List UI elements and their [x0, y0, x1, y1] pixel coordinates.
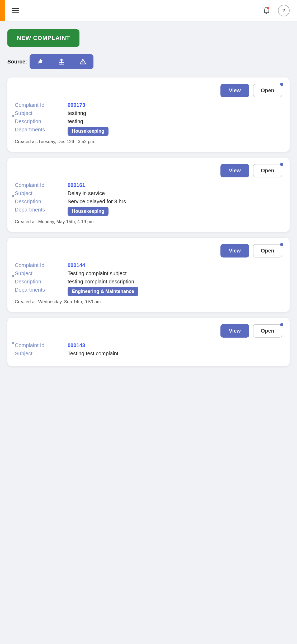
view-button[interactable]: View — [220, 164, 249, 177]
complaint-id-label: Complaint Id — [15, 182, 68, 188]
view-button[interactable]: View — [220, 84, 249, 97]
complaint-card: View Open Complaint Id 000143 Subject Te… — [7, 318, 290, 366]
notification-bell-icon[interactable] — [261, 5, 272, 16]
dot-indicator — [12, 195, 14, 197]
complaint-card: View Open Complaint Id 000173 Subject te… — [7, 77, 290, 152]
departments-label: Departments — [15, 287, 68, 293]
subject-label: Subject — [15, 110, 68, 116]
description-label: Description — [15, 279, 68, 285]
status-dot-badge — [280, 323, 284, 327]
complaint-id-value: 000161 — [68, 182, 85, 188]
departments-field: Departments Housekeeping — [15, 207, 282, 216]
source-social-button[interactable] — [30, 54, 51, 69]
open-btn-wrapper: Open — [253, 324, 282, 338]
source-label: Source: — [7, 59, 27, 65]
status-dot-badge — [280, 242, 284, 247]
hamburger-line-3 — [12, 12, 19, 13]
source-buttons-group — [30, 54, 93, 69]
status-dot-badge — [280, 162, 284, 167]
help-circle-icon[interactable]: ? — [278, 5, 290, 16]
card-action-row: View Open — [15, 244, 282, 257]
hamburger-line-1 — [12, 8, 19, 9]
source-alert-button[interactable] — [72, 54, 93, 69]
subject-value: Delay in service — [68, 190, 282, 196]
subject-field: Subject Testing complaint subject — [15, 270, 282, 277]
subject-label: Subject — [15, 270, 68, 277]
description-label: Description — [15, 199, 68, 205]
complaint-id-label: Complaint Id — [15, 102, 68, 108]
subject-value: Testing test complaint — [68, 351, 282, 357]
svg-point-0 — [267, 7, 269, 9]
header: ? — [0, 0, 297, 21]
complaint-id-label: Complaint Id — [15, 342, 68, 348]
complaint-id-value: 000143 — [68, 342, 85, 348]
complaint-id-field: Complaint Id 000173 — [15, 102, 282, 108]
complaint-id-field: Complaint Id 000161 — [15, 182, 282, 188]
orange-accent-bar — [0, 0, 5, 21]
department-badge: Housekeeping — [68, 207, 109, 216]
departments-field: Departments Engineering & Maintenance — [15, 287, 282, 296]
description-label: Description — [15, 118, 68, 125]
complaint-id-label: Complaint Id — [15, 262, 68, 268]
departments-label: Departments — [15, 127, 68, 133]
created-at-row: Created at :Wednesday, Sep 14th, 9:59 am — [15, 299, 282, 305]
open-button[interactable]: Open — [253, 84, 282, 97]
header-right: ? — [261, 5, 290, 16]
view-button[interactable]: View — [220, 324, 249, 338]
card-action-row: View Open — [15, 84, 282, 97]
department-badge: Engineering & Maintenance — [68, 287, 138, 296]
header-left — [7, 8, 19, 13]
created-at-value: Wednesday, Sep 14th, 9:59 am — [38, 299, 101, 304]
created-at-row: Created at :Tuesday, Dec 12th, 3:52 pm — [15, 139, 282, 144]
complaint-id-value: 000173 — [68, 102, 85, 108]
dot-indicator — [12, 115, 14, 117]
description-field: Description testing complaint descriptio… — [15, 279, 282, 285]
created-at-row: Created at :Monday, May 15th, 4:19 pm — [15, 219, 282, 224]
description-value: testing complaint description — [68, 279, 282, 285]
created-at-prefix: Created at : — [15, 299, 38, 304]
subject-label: Subject — [15, 351, 68, 357]
description-value: testing — [68, 118, 282, 125]
complaint-card: View Open Complaint Id 000161 Subject De… — [7, 158, 290, 232]
complaint-id-value: 000144 — [68, 262, 85, 268]
subject-field: Subject Testing test complaint — [15, 351, 282, 357]
dot-indicator — [12, 342, 14, 344]
department-badge: Housekeeping — [68, 127, 109, 136]
hamburger-line-2 — [12, 10, 19, 11]
departments-field: Departments Housekeeping — [15, 127, 282, 136]
complaint-card: View Open Complaint Id 000144 Subject Te… — [7, 238, 290, 312]
dot-indicator — [12, 275, 14, 277]
subject-field: Subject Delay in service — [15, 190, 282, 196]
new-complaint-button[interactable]: NEW COMPLAINT — [7, 29, 79, 47]
created-at-value: Monday, May 15th, 4:19 pm — [38, 219, 93, 224]
status-dot-badge — [280, 82, 284, 86]
card-action-row: View Open — [15, 324, 282, 338]
subject-value: testinng — [68, 110, 282, 116]
view-button[interactable]: View — [220, 244, 249, 257]
main-content: NEW COMPLAINT Source: — [0, 21, 297, 380]
open-button[interactable]: Open — [253, 164, 282, 177]
created-at-prefix: Created at : — [15, 139, 38, 144]
description-value: Service delayed for 3 hrs — [68, 199, 282, 205]
subject-label: Subject — [15, 190, 68, 196]
complaints-list: View Open Complaint Id 000173 Subject te… — [7, 77, 290, 366]
open-button[interactable]: Open — [253, 324, 282, 338]
complaint-id-field: Complaint Id 000144 — [15, 262, 282, 268]
description-field: Description Service delayed for 3 hrs — [15, 199, 282, 205]
source-filter-row: Source: — [7, 54, 290, 69]
open-btn-wrapper: Open — [253, 84, 282, 97]
open-button[interactable]: Open — [253, 244, 282, 257]
created-at-prefix: Created at : — [15, 219, 38, 224]
card-action-row: View Open — [15, 164, 282, 177]
open-btn-wrapper: Open — [253, 164, 282, 177]
svg-point-3 — [83, 63, 83, 64]
help-text: ? — [282, 8, 285, 13]
open-btn-wrapper: Open — [253, 244, 282, 257]
hamburger-menu[interactable] — [12, 8, 19, 13]
description-field: Description testing — [15, 118, 282, 125]
subject-value: Testing complaint subject — [68, 270, 282, 277]
source-share-button[interactable] — [51, 54, 72, 69]
subject-field: Subject testinng — [15, 110, 282, 116]
departments-label: Departments — [15, 207, 68, 213]
complaint-id-field: Complaint Id 000143 — [15, 342, 282, 348]
